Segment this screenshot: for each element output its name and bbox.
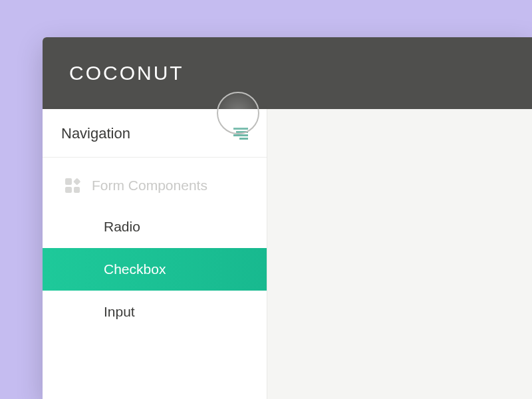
app-title: COCONUT <box>69 62 184 84</box>
grid-icon <box>65 178 80 193</box>
sidebar-item-radio[interactable]: Radio <box>43 205 267 248</box>
sidebar-section-form-components[interactable]: Form Components <box>43 158 267 205</box>
sidebar: Navigation Form Components Radio <box>43 109 267 399</box>
sidebar-item-label: Checkbox <box>104 261 166 277</box>
sidebar-item-input[interactable]: Input <box>43 291 267 333</box>
content-area <box>267 109 532 399</box>
sidebar-item-checkbox[interactable]: Checkbox <box>43 248 267 291</box>
app-body: Navigation Form Components Radio <box>43 109 532 399</box>
collapse-sidebar-icon[interactable] <box>233 128 248 140</box>
sidebar-title: Navigation <box>61 125 130 142</box>
sidebar-item-label: Input <box>104 304 135 319</box>
app-window: COCONUT Navigation Form Comp <box>43 37 532 399</box>
sidebar-section-label: Form Components <box>92 178 207 194</box>
app-header: COCONUT <box>43 37 532 109</box>
sidebar-item-label: Radio <box>104 219 140 234</box>
sidebar-header: Navigation <box>43 109 267 158</box>
